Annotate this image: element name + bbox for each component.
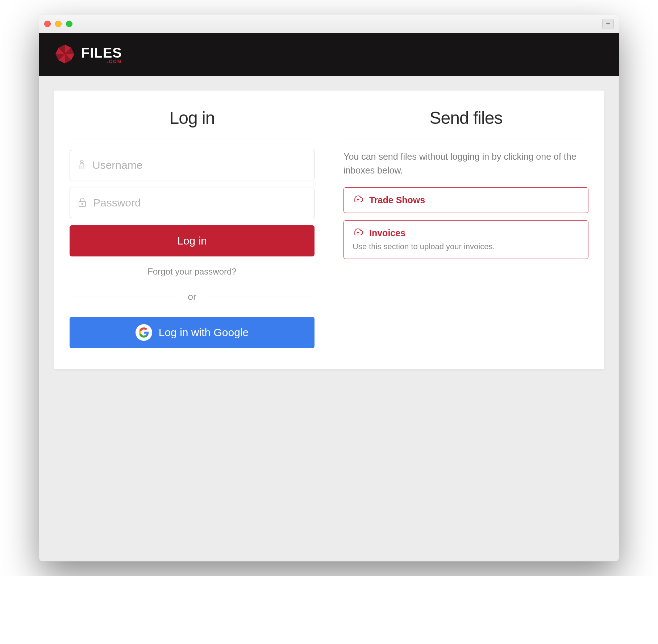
password-field-wrap[interactable] (70, 188, 315, 218)
new-tab-button[interactable]: + (602, 19, 614, 29)
inbox-head: Trade Shows (353, 195, 579, 205)
svg-point-11 (82, 204, 83, 205)
cloud-upload-icon (353, 228, 363, 238)
login-title: Log in (70, 108, 315, 128)
divider (70, 138, 315, 138)
forgot-password-link[interactable]: Forgot your password? (70, 267, 315, 277)
divider (343, 138, 588, 138)
inbox-description: Use this section to upload your invoices… (353, 242, 579, 251)
login-panel: Log in (70, 108, 315, 348)
send-files-title: Send files (343, 108, 588, 128)
brand-logo[interactable]: FILES .COM (54, 43, 122, 67)
plus-icon: + (606, 20, 610, 28)
app-window: + FILES (39, 14, 619, 561)
divider (204, 297, 315, 297)
google-login-label: Log in with Google (159, 326, 249, 339)
brand-text: FILES .COM (81, 46, 122, 64)
minimize-window-button[interactable] (55, 21, 62, 27)
brand-name: FILES (81, 46, 122, 60)
login-button-label: Log in (177, 235, 207, 247)
traffic-lights (44, 21, 72, 27)
google-icon (136, 324, 152, 341)
pinwheel-icon (54, 43, 76, 67)
close-window-button[interactable] (44, 21, 51, 27)
send-files-description: You can send files without logging in by… (343, 150, 588, 177)
inbox-invoices[interactable]: Invoices Use this section to upload your… (343, 220, 588, 259)
maximize-window-button[interactable] (66, 21, 72, 27)
or-label: or (188, 291, 196, 302)
username-input[interactable] (92, 159, 306, 171)
inbox-title: Invoices (369, 228, 405, 238)
page-body: Log in (39, 76, 619, 561)
inbox-trade-shows[interactable]: Trade Shows (343, 187, 588, 213)
inbox-title: Trade Shows (369, 195, 425, 205)
brand-suffix: .COM (107, 59, 122, 64)
inbox-head: Invoices (353, 228, 579, 238)
svg-point-8 (80, 160, 83, 163)
password-input[interactable] (93, 197, 306, 209)
login-button[interactable]: Log in (70, 225, 315, 256)
or-divider: or (70, 291, 315, 302)
window-titlebar: + (39, 14, 619, 33)
cloud-upload-icon (353, 195, 363, 205)
send-files-panel: Send files You can send files without lo… (343, 108, 588, 348)
main-card: Log in (54, 91, 604, 369)
app-header: FILES .COM (39, 33, 619, 76)
lock-icon (78, 197, 87, 209)
username-field-wrap[interactable] (70, 150, 315, 180)
user-icon (78, 159, 86, 171)
divider (70, 297, 180, 297)
google-login-button[interactable]: Log in with Google (70, 317, 315, 348)
